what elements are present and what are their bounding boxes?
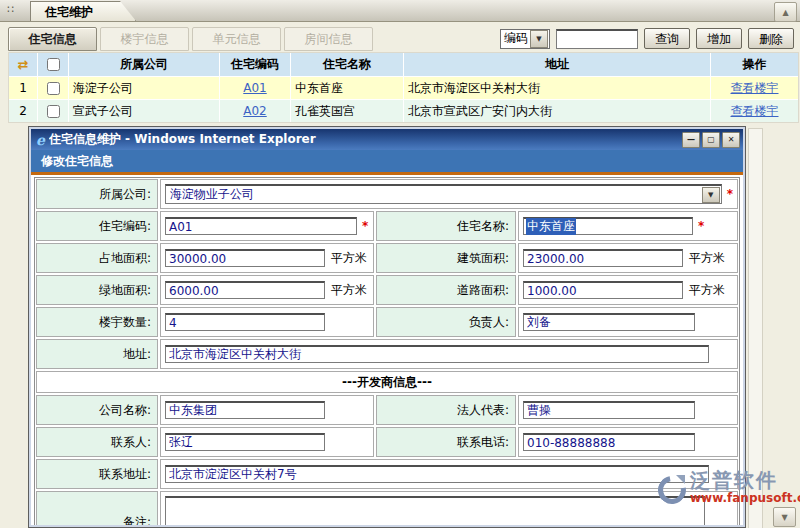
row-checkbox[interactable] — [47, 105, 60, 118]
contact-input[interactable] — [165, 433, 325, 451]
col-address: 地址 — [404, 53, 710, 76]
road-area-label: 道路面积: — [376, 275, 516, 305]
select-all-cell — [38, 53, 68, 76]
cell-name: 孔雀英国宫 — [291, 100, 403, 122]
module-tab-label: 住宅维护 — [45, 5, 93, 19]
maximize-button[interactable]: ▢ — [702, 132, 720, 148]
land-area-input[interactable] — [165, 249, 325, 267]
unit-label: 平方米 — [689, 250, 725, 267]
required-mark: * — [698, 219, 704, 233]
legal-rep-input[interactable] — [523, 401, 695, 419]
required-mark: * — [362, 219, 368, 233]
add-button[interactable]: 增加 — [696, 28, 742, 49]
dialog-title-bar: e 住宅信息维护 - Windows Internet Explorer — ▢… — [31, 129, 743, 150]
name-label: 住宅名称: — [376, 211, 516, 241]
tab-residence-info[interactable]: 住宅信息 — [8, 27, 97, 51]
remark-label: 备注: — [36, 491, 158, 525]
company-select[interactable]: 海淀物业子公司 ▼ — [165, 184, 722, 204]
row-number: 2 — [9, 100, 37, 122]
building-count-label: 楼宇数量: — [36, 307, 158, 337]
dialog-header: 修改住宅信息 — [31, 150, 743, 172]
internet-explorer-icon: e — [36, 132, 45, 148]
build-area-input[interactable] — [523, 249, 683, 267]
residence-code-link[interactable]: A01 — [243, 81, 266, 95]
col-action: 操作 — [711, 53, 798, 76]
residence-code-link[interactable]: A02 — [243, 104, 266, 118]
developer-info-divider: ---开发商信息--- — [36, 371, 738, 393]
building-count-input[interactable] — [165, 313, 325, 331]
company-label: 所属公司: — [36, 179, 158, 209]
address-label: 地址: — [36, 339, 158, 369]
minimize-button[interactable]: — — [682, 132, 700, 148]
cell-name: 中东首座 — [291, 77, 403, 99]
green-area-input[interactable] — [165, 281, 325, 299]
cell-company: 海淀子公司 — [69, 77, 219, 99]
view-buildings-link[interactable]: 查看楼宇 — [731, 80, 779, 97]
dev-company-input[interactable] — [165, 401, 325, 419]
unit-label: 平方米 — [331, 282, 367, 299]
code-label: 住宅编码: — [36, 211, 158, 241]
col-code: 住宅编码 — [220, 53, 290, 76]
top-bar: ∷ 住宅维护 — [0, 0, 800, 22]
unit-label: 平方米 — [689, 282, 725, 299]
scroll-up-button[interactable]: ▲ — [774, 2, 797, 22]
land-area-label: 占地面积: — [36, 243, 158, 273]
address-input[interactable] — [165, 345, 709, 363]
search-field-value: 编码 — [501, 30, 530, 47]
chevron-down-icon[interactable]: ▼ — [702, 187, 720, 203]
scroll-down-button[interactable]: ▼ — [773, 507, 796, 527]
code-input[interactable] — [165, 217, 357, 235]
row-select-cell — [38, 100, 68, 122]
row-select-cell — [38, 77, 68, 99]
dev-company-label: 公司名称: — [36, 395, 158, 425]
refresh-icon: ⇄ — [9, 53, 37, 76]
tab-building-info[interactable]: 楼宇信息 — [100, 27, 189, 51]
contact-label: 联系人: — [36, 427, 158, 457]
unit-label: 平方米 — [331, 250, 367, 267]
grip-icon: ∷ — [7, 3, 14, 16]
chevron-down-icon[interactable]: ▼ — [530, 30, 548, 48]
screen: ∷ 住宅维护 ▲ 住宅信息 楼宇信息 单元信息 房间信息 编码 ▼ 查询 增加 … — [0, 0, 800, 528]
cell-company: 宣武子公司 — [69, 100, 219, 122]
tab-room-info[interactable]: 房间信息 — [284, 27, 373, 51]
green-area-label: 绿地面积: — [36, 275, 158, 305]
col-name: 住宅名称 — [291, 53, 403, 76]
module-tab-residential-maintenance[interactable]: 住宅维护 — [30, 1, 136, 21]
phone-input[interactable] — [523, 433, 695, 451]
dialog-title: 住宅信息维护 - Windows Internet Explorer — [49, 131, 682, 148]
row-checkbox[interactable] — [47, 82, 60, 95]
residence-form: 所属公司: 海淀物业子公司 ▼ * 住宅编码: * 住宅名称: — [34, 177, 740, 525]
close-button[interactable]: ✕ — [722, 132, 740, 148]
dialog-content: 修改住宅信息 所属公司: 海淀物业子公司 ▼ * 住宅编码: * — [31, 150, 743, 525]
watermark-brand: 泛普软件 — [690, 468, 800, 492]
col-company: 所属公司 — [69, 53, 219, 76]
legal-rep-label: 法人代表: — [376, 395, 516, 425]
residence-edit-dialog: e 住宅信息维护 - Windows Internet Explorer — ▢… — [28, 126, 746, 528]
select-all-checkbox[interactable] — [47, 58, 60, 71]
delete-button[interactable]: 删除 — [748, 28, 794, 49]
residence-table: ⇄ 所属公司 住宅编码 住宅名称 地址 操作 1 海淀子公司 A01 中东首座 … — [8, 52, 799, 123]
phone-label: 联系电话: — [376, 427, 516, 457]
build-area-label: 建筑面积: — [376, 243, 516, 273]
manager-label: 负责人: — [376, 307, 516, 337]
tab-unit-info[interactable]: 单元信息 — [192, 27, 281, 51]
contact-address-input[interactable] — [165, 465, 709, 483]
fanpu-logo-icon — [656, 474, 686, 504]
cell-address: 北京市宣武区广安门内大街 — [404, 100, 710, 122]
search-toolbar: 编码 ▼ 查询 增加 删除 — [500, 28, 794, 49]
remark-textarea[interactable] — [165, 496, 705, 525]
tab-strip: 住宅信息 楼宇信息 单元信息 房间信息 — [8, 27, 373, 51]
manager-input[interactable] — [523, 313, 695, 331]
query-button[interactable]: 查询 — [644, 28, 690, 49]
required-mark: * — [727, 187, 733, 201]
road-area-input[interactable] — [523, 281, 683, 299]
name-input[interactable]: 中东首座 — [523, 217, 693, 235]
search-input[interactable] — [556, 29, 638, 49]
row-number: 1 — [9, 77, 37, 99]
watermark-url: www.fanpusoft.com — [690, 492, 800, 505]
search-field-select[interactable]: 编码 ▼ — [500, 29, 550, 49]
cell-address: 北京市海淀区中关村大街 — [404, 77, 710, 99]
contact-address-label: 联系地址: — [36, 459, 158, 489]
view-buildings-link[interactable]: 查看楼宇 — [731, 103, 779, 120]
divider-line — [31, 172, 743, 175]
